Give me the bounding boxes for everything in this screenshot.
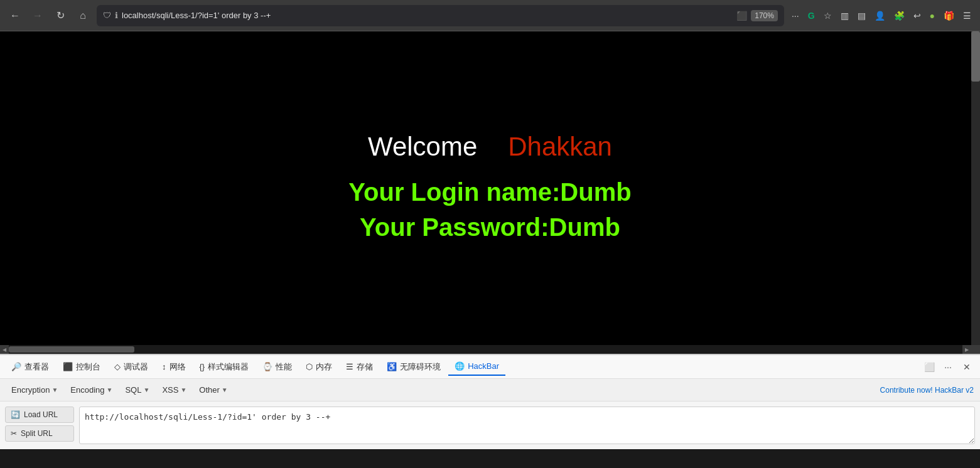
debugger-icon: ◇ [114, 362, 121, 371]
inspector-icon: 🔎 [11, 362, 21, 371]
tab-debugger[interactable]: ◇ 调试器 [108, 358, 154, 376]
other-label: Other [199, 385, 220, 395]
devtools-panel: 🔎 查看器 ⬛ 控制台 ◇ 调试器 ↕ 网络 {} 样式编辑器 ⌚ 性能 [0, 354, 980, 449]
style-editor-label: 样式编辑器 [208, 361, 249, 373]
addons-icon[interactable]: 🎁 [941, 8, 957, 23]
performance-icon: ⌚ [262, 362, 272, 371]
reader-icon[interactable]: ▤ [855, 8, 868, 23]
tab-hackbar[interactable]: 🌐 HackBar [448, 358, 505, 376]
hackbar-globe-icon: 🌐 [455, 361, 465, 371]
encoding-arrow: ▼ [107, 386, 113, 393]
tab-performance[interactable]: ⌚ 性能 [256, 358, 298, 376]
url-input[interactable]: http://localhost/sqli/Less-1/?id=1' orde… [79, 407, 975, 444]
encryption-menu[interactable]: Encryption ▼ [6, 383, 63, 397]
undo-icon[interactable]: ↩ [911, 8, 923, 23]
tab-console[interactable]: ⬛ 控制台 [57, 358, 107, 376]
back-button[interactable]: ← [6, 7, 24, 24]
encryption-arrow: ▼ [51, 386, 58, 393]
browser-action-bar: ··· G ☆ ▥ ▤ 👤 🧩 ↩ ● 🎁 ☰ [789, 8, 974, 23]
close-devtools-button[interactable]: ✕ [959, 359, 975, 375]
tab-network[interactable]: ↕ 网络 [156, 358, 192, 376]
tab-storage[interactable]: ☰ 存储 [340, 358, 379, 376]
load-url-label: Load URL [24, 410, 58, 419]
style-editor-icon: {} [200, 362, 205, 371]
reload-button[interactable]: ↻ [51, 7, 69, 24]
zoom-level: 170% [751, 10, 778, 21]
welcome-line: Welcome Dhakkan [368, 132, 612, 162]
xss-arrow: ▼ [180, 386, 186, 393]
console-label: 控制台 [76, 361, 100, 373]
login-info: Your Login name:Dumb Your Password:Dumb [348, 174, 631, 245]
horizontal-scrollbar-area: ◀ ▶ [0, 345, 980, 354]
status-icon[interactable]: ● [927, 8, 937, 23]
load-url-button[interactable]: 🔄 Load URL [5, 407, 74, 423]
devtools-more-button[interactable]: ··· [940, 359, 956, 375]
hackbar-label: HackBar [468, 361, 499, 371]
encryption-label: Encryption [11, 385, 50, 395]
encoding-label: Encoding [70, 385, 104, 395]
scroll-right-button[interactable]: ▶ [962, 345, 971, 354]
vertical-scrollbar[interactable] [971, 31, 980, 345]
network-icon: ↕ [162, 362, 166, 371]
scroll-left-button[interactable]: ◀ [0, 345, 9, 354]
grammarly-icon[interactable]: G [805, 8, 817, 23]
profile-icon[interactable]: 👤 [872, 8, 888, 23]
scrollbar-thumb[interactable] [971, 31, 980, 82]
storage-label: 存储 [357, 361, 373, 373]
tab-inspector[interactable]: 🔎 查看器 [5, 358, 55, 376]
welcome-text: Welcome [368, 132, 477, 161]
xss-menu[interactable]: XSS ▼ [157, 383, 191, 397]
devtools-tab-bar: 🔎 查看器 ⬛ 控制台 ◇ 调试器 ↕ 网络 {} 样式编辑器 ⌚ 性能 [0, 355, 980, 379]
memory-label: 内存 [316, 361, 332, 373]
accessibility-icon: ♿ [387, 362, 397, 371]
debugger-label: 调试器 [124, 361, 148, 373]
bookmark-button[interactable]: ☆ [821, 8, 834, 23]
devtools-right-actions: ⬜ ··· ✕ [921, 359, 975, 375]
split-url-label: Split URL [21, 429, 53, 438]
tab-memory[interactable]: ⬡ 内存 [299, 358, 338, 376]
hackbar-buttons: 🔄 Load URL ✂ Split URL [5, 407, 74, 442]
extensions-icon[interactable]: 🧩 [891, 8, 907, 23]
login-name: Your Login name:Dumb [348, 174, 631, 210]
xss-label: XSS [162, 385, 178, 395]
sql-menu[interactable]: SQL ▼ [120, 383, 154, 397]
address-bar[interactable]: 🛡 ℹ localhost/sqli/Less-1/?id=1' order b… [97, 5, 784, 26]
hackbar-toolbar: Encryption ▼ Encoding ▼ SQL ▼ XSS ▼ Othe… [0, 379, 980, 402]
sql-arrow: ▼ [143, 386, 149, 393]
hackbar-content: 🔄 Load URL ✂ Split URL http://localhost/… [0, 402, 980, 449]
scroll-corner [971, 345, 980, 354]
dock-button[interactable]: ⬜ [921, 359, 937, 375]
sql-label: SQL [125, 385, 141, 395]
storage-icon: ☰ [346, 362, 353, 371]
other-arrow: ▼ [222, 386, 228, 393]
tab-accessibility[interactable]: ♿ 无障碍环境 [380, 358, 447, 376]
network-label: 网络 [170, 361, 186, 373]
menu-button[interactable]: ☰ [961, 8, 974, 23]
tab-style-editor[interactable]: {} 样式编辑器 [193, 358, 256, 376]
memory-icon: ⬡ [306, 362, 313, 371]
url-text: localhost/sqli/Less-1/?id=1' order by 3 … [122, 11, 733, 20]
forward-button[interactable]: → [29, 7, 46, 24]
username-text: Dhakkan [508, 132, 612, 161]
shield-icon: 🛡 [103, 11, 111, 20]
info-icon: ℹ [115, 11, 118, 20]
more-button[interactable]: ··· [789, 8, 802, 23]
accessibility-label: 无障碍环境 [400, 361, 441, 373]
page-content: Welcome Dhakkan Your Login name:Dumb You… [0, 31, 980, 345]
home-button[interactable]: ⌂ [74, 7, 92, 24]
inspector-label: 查看器 [24, 361, 49, 373]
load-url-icon: 🔄 [11, 410, 20, 419]
browser-chrome: ← → ↻ ⌂ 🛡 ℹ localhost/sqli/Less-1/?id=1'… [0, 0, 980, 31]
qr-icon: ⬛ [736, 11, 747, 21]
library-icon[interactable]: ▥ [838, 8, 851, 23]
performance-label: 性能 [276, 361, 292, 373]
password: Your Password:Dumb [348, 210, 631, 245]
other-menu[interactable]: Other ▼ [194, 383, 232, 397]
console-icon: ⬛ [63, 362, 73, 371]
h-scrollbar-thumb[interactable] [9, 346, 134, 353]
encoding-menu[interactable]: Encoding ▼ [65, 383, 117, 397]
split-url-button[interactable]: ✂ Split URL [5, 425, 74, 442]
split-url-icon: ✂ [11, 429, 17, 438]
h-scrollbar-track[interactable] [9, 345, 962, 354]
contribute-text[interactable]: Contribute now! HackBar v2 [880, 386, 974, 395]
